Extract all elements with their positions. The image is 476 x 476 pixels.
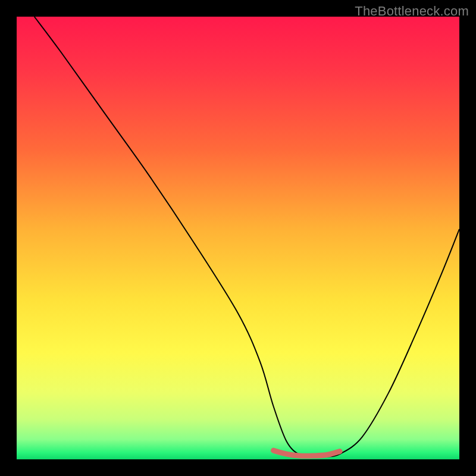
watermark-text: TheBottleneck.com [355,4,469,19]
chart-container: TheBottleneck.com [0,0,476,476]
bottleneck-chart [0,0,476,476]
